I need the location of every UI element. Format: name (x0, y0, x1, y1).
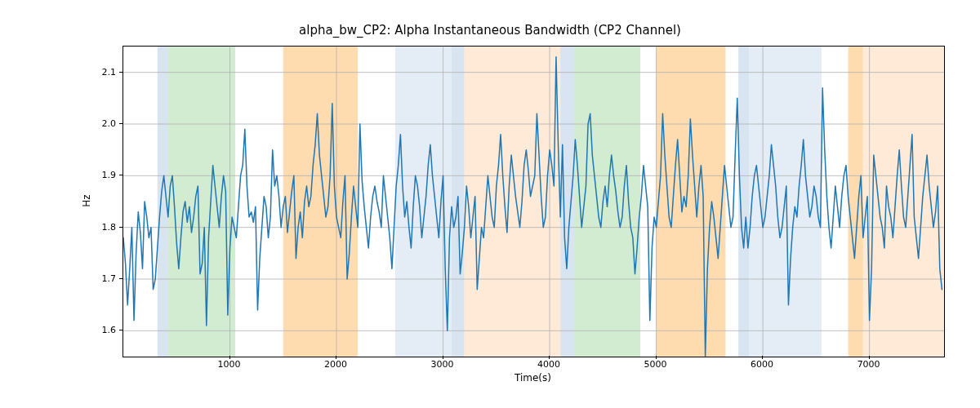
x-tick-mark (869, 356, 870, 359)
y-tick-label: 2.0 (83, 118, 116, 129)
y-tick-mark (119, 72, 122, 73)
background-band (657, 47, 726, 357)
plot-svg (123, 47, 944, 357)
background-band (849, 47, 863, 357)
x-tick-label: 7000 (858, 359, 880, 370)
x-tick-label: 2000 (324, 359, 347, 370)
x-tick-label: 5000 (644, 359, 667, 370)
x-tick-mark (656, 356, 657, 359)
y-axis-label: Hz (81, 194, 92, 206)
x-tick-mark (336, 356, 336, 359)
x-tick-label: 3000 (431, 359, 454, 370)
background-band (560, 47, 574, 357)
plot-area (122, 46, 945, 357)
chart-figure: alpha_bw_CP2: Alpha Instantaneous Bandwi… (0, 0, 980, 408)
y-tick-label: 1.9 (83, 170, 116, 180)
x-axis-label: Time(s) (122, 372, 943, 384)
y-tick-mark (119, 123, 122, 124)
background-band (168, 47, 235, 357)
y-tick-label: 2.1 (83, 66, 116, 77)
x-tick-mark (762, 356, 763, 359)
y-tick-mark (119, 175, 122, 175)
x-tick-label: 4000 (537, 359, 560, 370)
background-bands (158, 47, 944, 357)
y-tick-label: 1.8 (83, 221, 116, 232)
y-tick-mark (119, 278, 122, 279)
y-tick-label: 1.7 (83, 273, 116, 284)
x-tick-mark (229, 356, 230, 359)
y-tick-mark (119, 227, 122, 228)
x-tick-mark (443, 356, 443, 359)
x-tick-label: 1000 (218, 359, 241, 370)
y-tick-mark (119, 330, 122, 330)
x-tick-mark (549, 356, 550, 359)
x-tick-label: 6000 (751, 359, 773, 370)
background-band (863, 47, 944, 357)
y-tick-label: 1.6 (83, 325, 116, 335)
chart-title: alpha_bw_CP2: Alpha Instantaneous Bandwi… (0, 23, 980, 38)
